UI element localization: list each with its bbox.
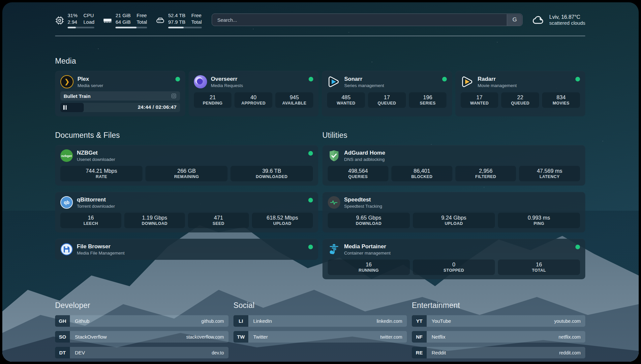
media-type-icon xyxy=(171,93,177,99)
link-badge: DT xyxy=(55,347,70,358)
stat-box: 86,401 BLOCKED xyxy=(391,166,452,181)
stat-label: AVAILABLE xyxy=(276,101,313,106)
cloud-icon xyxy=(531,13,545,27)
stat-value: 22 xyxy=(502,94,538,101)
stat-label: LATENCY xyxy=(520,174,579,179)
status-online-dot xyxy=(308,198,313,202)
weather-widget: Lviv, 16.87°C scattered clouds xyxy=(531,12,585,27)
speedtest-logo-icon xyxy=(328,196,340,209)
stat-value: 196 xyxy=(410,94,446,101)
card-filebrowser[interactable]: File Browser Media File Management xyxy=(55,239,318,260)
stat-value: 21 xyxy=(195,94,231,101)
stat-value: 266 GB xyxy=(146,168,227,174)
status-online-dot xyxy=(308,151,313,156)
link-github[interactable]: GH Github github.com xyxy=(55,315,229,327)
card-qbittorrent[interactable]: qb qBittorrent Torrent downloader xyxy=(55,192,318,232)
weather-location-temp: Lviv, 16.87°C xyxy=(549,14,585,20)
link-reddit[interactable]: RE Reddit reddit.com xyxy=(412,347,585,358)
stat-value: 40 xyxy=(235,94,272,101)
stat-box: 9.24 Gbps UPLOAD xyxy=(413,213,495,228)
stat-box: 834 MOVIES xyxy=(542,92,580,108)
card-plex[interactable]: ❯ Plex Media server Bullet Train xyxy=(55,71,185,116)
search-input[interactable] xyxy=(212,14,523,26)
stat-label: QUERIES xyxy=(328,174,388,179)
disk-free-value: 52.4 TB xyxy=(168,12,185,19)
section-title-utilities: Utilities xyxy=(322,131,586,140)
card-title: Sonarr xyxy=(344,76,384,82)
card-nzbget[interactable]: nzbget NZBGet Usenet downloader xyxy=(55,145,318,186)
status-online-dot xyxy=(442,77,447,81)
card-adguard[interactable]: AdGuard Home DNS and adblocking 498,564 … xyxy=(322,145,586,186)
stat-box: 196 SERIES xyxy=(409,92,447,108)
dashboard-screen: 31% 2.94 CPU Load xyxy=(2,2,639,362)
stat-label: WANTED xyxy=(328,101,364,106)
stat-box: 17 QUEUED xyxy=(368,92,406,108)
section-title-media: Media xyxy=(55,57,585,66)
memory-free-label: Free xyxy=(137,12,147,19)
stat-label: PING xyxy=(499,221,579,226)
stat-label: REMAINING xyxy=(146,174,227,179)
card-title: NZBGet xyxy=(77,150,115,156)
link-url: stackoverflow.com xyxy=(186,334,229,340)
cpu-label: CPU xyxy=(83,12,94,19)
link-youtube[interactable]: YT YouTube youtube.com xyxy=(412,315,585,327)
stat-label: WANTED xyxy=(461,101,498,106)
weather-condition: scattered clouds xyxy=(549,20,585,26)
link-twitter[interactable]: TW Twitter twitter.com xyxy=(233,331,407,343)
memory-widget: 21 GiB 64 GiB Free Total xyxy=(103,12,147,28)
card-subtitle: Torrent downloader xyxy=(77,204,115,209)
card-portainer[interactable]: Media Portainer Container management 16 … xyxy=(322,239,586,279)
stat-label: APPROVED xyxy=(235,101,272,106)
stat-label: TOTAL xyxy=(499,268,579,273)
card-subtitle: Speedtest Tracking xyxy=(344,204,382,209)
stat-box: 9.65 Gbps DOWNLOAD xyxy=(328,213,410,228)
stat-value: 618.52 Mbps xyxy=(253,215,312,221)
link-url: dev.to xyxy=(212,350,229,355)
card-title: Plex xyxy=(77,76,103,82)
card-sonarr[interactable]: Sonarr Series management 485 WANTED xyxy=(322,71,452,116)
link-badge: RE xyxy=(412,347,427,358)
card-radarr[interactable]: Radarr Movie management 17 WANTED 2 xyxy=(455,71,586,116)
stat-box: 40 APPROVED xyxy=(234,92,272,108)
cpu-progress-track xyxy=(68,27,94,28)
link-url: twitter.com xyxy=(380,334,407,340)
stat-box: 266 GB REMAINING xyxy=(145,166,228,181)
stat-value: 16 xyxy=(499,261,579,268)
playback-time: 24:44 / 02:06:47 xyxy=(138,104,177,110)
playback-progress-bar[interactable]: 24:44 / 02:06:47 xyxy=(60,103,180,112)
stat-label: SERIES xyxy=(410,101,446,106)
stat-value: 9.65 Gbps xyxy=(328,215,409,221)
stat-label: STOPPED xyxy=(413,268,494,273)
stat-box: 485 WANTED xyxy=(327,92,365,108)
stat-label: UPLOAD xyxy=(253,221,312,226)
card-subtitle: Usenet downloader xyxy=(77,157,115,162)
stat-box: 2,956 FILTERED xyxy=(455,166,516,181)
radarr-logo-icon xyxy=(461,75,474,88)
overseerr-logo-icon xyxy=(194,75,207,88)
media-card-grid: ❯ Plex Media server Bullet Train xyxy=(55,71,585,116)
link-dev[interactable]: DT DEV dev.to xyxy=(55,347,229,358)
header-divider xyxy=(55,36,585,36)
link-url: netflix.com xyxy=(559,334,585,340)
card-speedtest[interactable]: Speedtest Speedtest Tracking 9.65 Gbps D… xyxy=(322,192,586,232)
link-netflix[interactable]: NF Netflix netflix.com xyxy=(412,331,585,343)
link-badge: GH xyxy=(55,315,70,327)
disk-progress-fill xyxy=(168,27,184,28)
card-title: File Browser xyxy=(77,243,125,250)
link-stackoverflow[interactable]: SO StackOverflow stackoverflow.com xyxy=(55,331,229,343)
search-bar: G xyxy=(212,14,523,26)
link-name: StackOverflow xyxy=(70,334,107,340)
nzbget-logo-icon: nzbget xyxy=(60,149,73,162)
memory-total-value: 64 GiB xyxy=(115,19,131,25)
link-url: github.com xyxy=(201,318,229,324)
search-engine-button[interactable]: G xyxy=(507,14,522,26)
status-online-dot xyxy=(575,77,580,81)
card-overseerr[interactable]: Overseerr Media Requests 21 PENDING xyxy=(189,71,319,116)
stat-value: 2,956 xyxy=(456,168,516,174)
cpu-labels: CPU Load xyxy=(83,12,94,25)
pause-icon[interactable] xyxy=(63,105,67,110)
card-title: Overseerr xyxy=(211,76,243,82)
link-url: reddit.com xyxy=(559,350,585,355)
stat-box: 498,564 QUERIES xyxy=(328,166,389,181)
link-linkedin[interactable]: LI LinkedIn linkedin.com xyxy=(233,315,407,327)
